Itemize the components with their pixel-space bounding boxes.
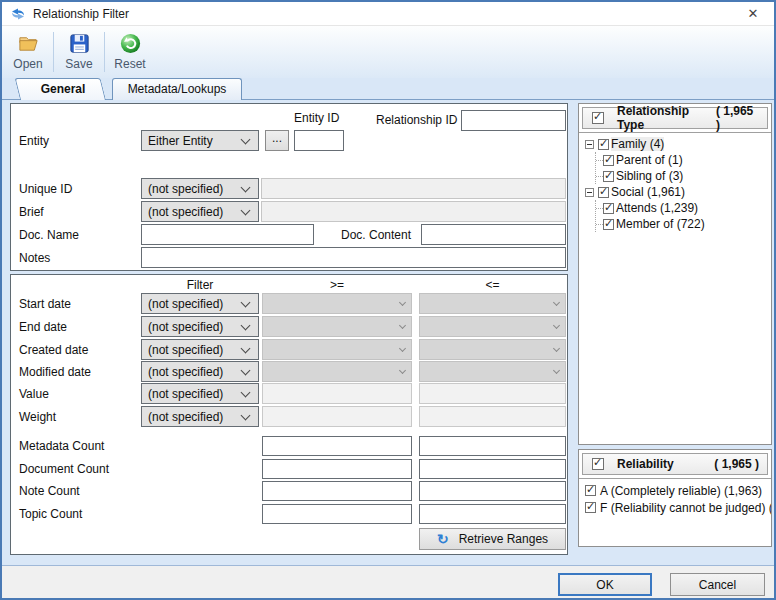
relationship-filter-dialog: Relationship Filter ✕ Open Save (0, 0, 776, 600)
tree-item-label: Family (4) (611, 137, 664, 151)
reset-icon (119, 32, 142, 55)
toolbar-separator (53, 32, 54, 72)
notes-input[interactable] (141, 247, 566, 268)
topic-count-label: Topic Count (19, 507, 82, 521)
list-item-reliability-a[interactable]: A (Completely reliable) (1,963) (579, 482, 771, 499)
reliability-title: Reliability (617, 457, 674, 471)
metadata-count-lte-input[interactable] (419, 436, 566, 456)
end-date-filter-combobox[interactable]: (not specified) (141, 316, 259, 337)
brief-combobox[interactable]: (not specified) (141, 201, 259, 222)
weight-filter-value: (not specified) (142, 410, 242, 424)
tab-metadata-lookups[interactable]: Metadata/Lookups (112, 78, 242, 100)
retrieve-ranges-button[interactable]: ↻ Retrieve Ranges (419, 528, 566, 550)
list-item-label: F (Reliability cannot be judged) ( (600, 501, 771, 515)
note-count-label: Note Count (19, 484, 80, 498)
filter-section-panel: Filter >= <= Start date (not specified) … (10, 274, 568, 555)
end-date-gte-datepicker (262, 316, 412, 337)
reliability-checkbox[interactable] (592, 458, 604, 470)
sibling-of-checkbox[interactable] (603, 171, 614, 182)
tree-item-family[interactable]: Family (4) (579, 136, 771, 152)
value-filter-combobox[interactable]: (not specified) (141, 383, 259, 404)
chevron-down-icon (241, 134, 251, 144)
parent-of-checkbox[interactable] (603, 155, 614, 166)
end-date-lte-datepicker (419, 316, 566, 337)
doc-content-label: Doc. Content (341, 228, 411, 242)
tree-item-attends[interactable]: Attends (1,239) (596, 200, 771, 216)
social-children: Attends (1,239) Member of (722) (595, 200, 771, 232)
ok-button[interactable]: OK (558, 573, 652, 596)
doc-name-input[interactable] (141, 224, 314, 245)
tree-item-parent-of[interactable]: Parent of (1) (596, 152, 771, 168)
doc-name-label: Doc. Name (19, 228, 79, 242)
entity-id-input[interactable] (294, 130, 344, 151)
document-count-gte-input[interactable] (262, 459, 412, 479)
start-date-gte-datepicker (262, 293, 412, 314)
collapse-icon[interactable] (585, 188, 594, 197)
family-checkbox[interactable] (598, 139, 609, 150)
note-count-gte-input[interactable] (262, 481, 412, 501)
doc-content-input[interactable] (421, 224, 566, 245)
end-date-filter-value: (not specified) (142, 320, 242, 334)
relationship-type-count: ( 1,965 ) (716, 104, 759, 132)
created-date-filter-value: (not specified) (142, 343, 242, 357)
save-button[interactable]: Save (59, 29, 99, 75)
reliability-a-checkbox[interactable] (585, 485, 596, 496)
reliability-f-checkbox[interactable] (585, 502, 596, 513)
tree-item-sibling-of[interactable]: Sibling of (3) (596, 168, 771, 184)
chevron-down-icon (241, 297, 251, 307)
unique-id-combobox[interactable]: (not specified) (141, 178, 259, 199)
open-button[interactable]: Open (8, 29, 48, 75)
document-count-lte-input[interactable] (419, 459, 566, 479)
relationship-app-icon (10, 6, 26, 22)
weight-filter-combobox[interactable]: (not specified) (141, 406, 259, 427)
chevron-down-icon (241, 205, 251, 215)
tab-general[interactable]: General (20, 78, 106, 100)
start-date-filter-combobox[interactable]: (not specified) (141, 293, 259, 314)
tree-connector (596, 224, 603, 225)
filter-column-header: Filter (141, 278, 259, 292)
relationship-type-title: Relationship Type (617, 104, 716, 132)
relationship-id-input[interactable] (461, 110, 566, 131)
start-date-lte-datepicker (419, 293, 566, 314)
reliability-section: Reliability ( 1,965 ) A (Completely reli… (578, 449, 772, 547)
value-filter-value: (not specified) (142, 387, 242, 401)
chevron-down-icon (399, 345, 406, 352)
cancel-button[interactable]: Cancel (670, 573, 765, 596)
unique-id-label: Unique ID (19, 182, 72, 196)
reliability-list: A (Completely reliable) (1,963) F (Relia… (579, 478, 771, 545)
unique-id-value-input (261, 178, 566, 199)
social-checkbox[interactable] (598, 187, 609, 198)
open-label: Open (13, 57, 42, 71)
metadata-count-gte-input[interactable] (262, 436, 412, 456)
chevron-down-icon (553, 345, 560, 352)
chevron-down-icon (399, 299, 406, 306)
member-of-checkbox[interactable] (603, 219, 614, 230)
list-item-reliability-f[interactable]: F (Reliability cannot be judged) ( (579, 499, 771, 516)
brief-label: Brief (19, 205, 44, 219)
close-icon[interactable]: ✕ (744, 5, 762, 23)
note-count-lte-input[interactable] (419, 481, 566, 501)
created-date-gte-datepicker (262, 339, 412, 360)
entity-combobox[interactable]: Either Entity (141, 130, 259, 151)
relationship-type-checkbox[interactable] (592, 112, 604, 124)
chevron-down-icon (399, 322, 406, 329)
topic-count-lte-input[interactable] (419, 504, 566, 524)
attends-checkbox[interactable] (603, 203, 614, 214)
created-date-filter-combobox[interactable]: (not specified) (141, 339, 259, 360)
chevron-down-icon (553, 367, 560, 374)
topic-count-gte-input[interactable] (262, 504, 412, 524)
entity-browse-button[interactable]: ... (265, 130, 289, 151)
tree-item-member-of[interactable]: Member of (722) (596, 216, 771, 232)
refresh-icon: ↻ (437, 531, 449, 547)
modified-date-filter-combobox[interactable]: (not specified) (141, 361, 259, 382)
tree-item-social[interactable]: Social (1,961) (579, 184, 771, 200)
collapse-icon[interactable] (585, 140, 594, 149)
family-children: Parent of (1) Sibling of (3) (595, 152, 771, 184)
tab-metadata-label: Metadata/Lookups (128, 82, 227, 96)
start-date-label: Start date (19, 297, 71, 311)
relationship-type-section: Relationship Type ( 1,965 ) Family (4) P… (578, 103, 772, 445)
modified-date-lte-datepicker (419, 361, 566, 382)
brief-combobox-value: (not specified) (142, 205, 242, 219)
reset-button[interactable]: Reset (110, 29, 150, 75)
tree-connector (596, 208, 603, 209)
